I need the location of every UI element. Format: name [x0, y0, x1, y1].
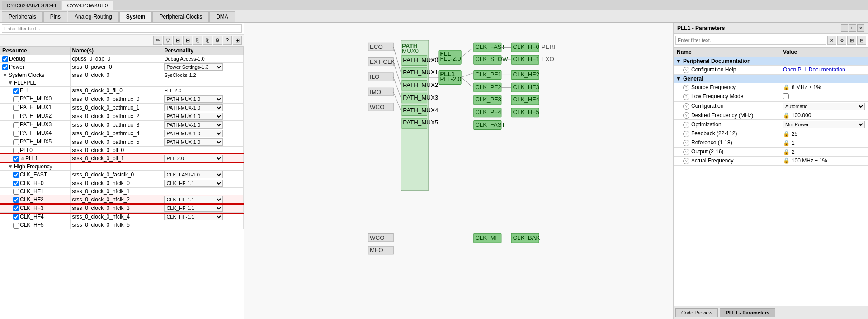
personality-select[interactable]: PATH-MUX-1.0: [164, 104, 223, 111]
section-expand-icon[interactable]: ▼: [676, 76, 681, 82]
personality-select[interactable]: Power Settings-1.3: [164, 63, 223, 71]
row-checkbox[interactable]: [13, 96, 19, 102]
toolbar-copy-btn[interactable]: ⎘: [193, 36, 202, 45]
prop-select[interactable]: Automatic: [783, 103, 865, 110]
row-checkbox[interactable]: [13, 148, 19, 153]
prop-section-header: ▼Peripheral Documentation: [674, 57, 868, 66]
table-row[interactable]: Powersrss_0_power_0Power Settings-1.3: [0, 63, 244, 71]
row-checkbox[interactable]: [13, 197, 19, 203]
question-icon[interactable]: ?: [683, 140, 689, 146]
personality-select[interactable]: PATH-MUX-1.0: [164, 113, 223, 120]
row-checkbox[interactable]: [13, 122, 19, 128]
expand-icon[interactable]: ▼: [8, 163, 13, 170]
filter-collapse-btn[interactable]: ⊟: [857, 36, 866, 45]
table-row[interactable]: PATH_MUX0srss_0_clock_0_pathmux_0PATH-MU…: [0, 95, 244, 103]
toolbar-filter-btn[interactable]: ▽: [163, 36, 172, 45]
question-icon[interactable]: ?: [683, 85, 689, 91]
personality-select[interactable]: CLK_HF-1.1: [164, 180, 223, 187]
table-row[interactable]: CLK_HF1srss_0_clock_0_hfclk_1: [0, 187, 244, 195]
row-checkbox[interactable]: [13, 131, 19, 137]
question-icon[interactable]: ?: [683, 67, 689, 73]
question-icon[interactable]: ?: [683, 158, 689, 164]
table-row[interactable]: PATH_MUX5srss_0_clock_0_pathmux_5PATH-MU…: [0, 138, 244, 146]
personality-select[interactable]: PLL-2.0: [164, 155, 223, 162]
row-checkbox[interactable]: [2, 56, 8, 62]
question-icon[interactable]: ?: [683, 94, 689, 100]
expand-icon[interactable]: ▼: [2, 72, 8, 78]
table-row[interactable]: CLK_HF3srss_0_clock_0_hfclk_3CLK_HF-1.1: [0, 204, 244, 213]
prop-checkbox[interactable]: [783, 93, 789, 99]
personality-select[interactable]: CLK_HF-1.1: [164, 213, 223, 220]
toolbar-edit-btn[interactable]: ✏: [153, 36, 162, 45]
right-filter-input[interactable]: [675, 36, 826, 45]
tab-pins[interactable]: Pins: [43, 11, 67, 22]
personality-select[interactable]: PATH-MUX-1.0: [164, 130, 223, 137]
table-row[interactable]: ▼FLL+PLL: [0, 79, 244, 87]
right-panel-maximize[interactable]: □: [849, 24, 856, 32]
right-panel-close[interactable]: ✕: [857, 24, 864, 32]
toolbar-collapse-btn[interactable]: ⊟: [183, 36, 192, 45]
question-icon[interactable]: ?: [683, 112, 689, 119]
toolbar-grid-btn[interactable]: ⊞: [233, 36, 242, 45]
prop-link[interactable]: Open PLL Documentation: [783, 67, 845, 73]
filter-settings-btn[interactable]: ⚙: [837, 36, 846, 45]
personality-select[interactable]: PATH-MUX-1.0: [164, 121, 223, 129]
question-icon[interactable]: ?: [683, 149, 689, 155]
table-row[interactable]: PATH_MUX1srss_0_clock_0_pathmux_1PATH-MU…: [0, 103, 244, 112]
code-preview-btn[interactable]: Code Preview: [675, 308, 718, 317]
expand-icon[interactable]: ▼: [8, 80, 13, 86]
filter-expand-btn[interactable]: ⊞: [847, 36, 856, 45]
table-row[interactable]: ▼High Frequency: [0, 162, 244, 170]
tab-analog-routing[interactable]: Analog-Routing: [68, 11, 119, 22]
tab-cy8c624[interactable]: CY8C624ABZI-S2D44: [2, 1, 61, 10]
table-row[interactable]: FLLsrss_0_clock_0_fll_0FLL-2.0: [0, 87, 244, 95]
table-row[interactable]: PLL0srss_0_clock_0_pll_0: [0, 146, 244, 154]
row-checkbox[interactable]: [13, 189, 19, 195]
row-checkbox[interactable]: [13, 223, 19, 229]
question-icon[interactable]: ?: [683, 122, 689, 128]
table-row[interactable]: CLK_HF2srss_0_clock_0_hfclk_2CLK_HF-1.1: [0, 195, 244, 204]
personality-select[interactable]: CLK_HF-1.1: [164, 205, 223, 212]
table-row[interactable]: CLK_HF0srss_0_clock_0_hfclk_0CLK_HF-1.1: [0, 179, 244, 187]
row-checkbox[interactable]: [13, 114, 19, 119]
table-row[interactable]: PATH_MUX2srss_0_clock_0_pathmux_2PATH-MU…: [0, 112, 244, 120]
tab-system[interactable]: System: [119, 11, 152, 22]
table-row[interactable]: Debugcpuss_0_dap_0Debug Access-1.0: [0, 55, 244, 63]
table-row[interactable]: PATH_MUX3srss_0_clock_0_pathmux_3PATH-MU…: [0, 120, 244, 129]
row-checkbox[interactable]: [13, 105, 19, 111]
tab-peripheral-clocks[interactable]: Peripheral-Clocks: [152, 11, 209, 22]
toolbar-settings-btn[interactable]: ⚙: [213, 36, 222, 45]
table-row[interactable]: CLK_HF5srss_0_clock_0_hfclk_5: [0, 221, 244, 229]
pll1-params-btn[interactable]: PLL1 - Parameters: [720, 308, 775, 317]
toolbar-help-btn[interactable]: ?: [223, 36, 232, 45]
filter-clear-btn[interactable]: ✕: [827, 36, 836, 45]
table-row[interactable]: 🖥PLL1srss_0_clock_0_pll_1PLL-2.0: [0, 154, 244, 162]
row-checkbox[interactable]: [13, 214, 19, 220]
row-checkbox[interactable]: [13, 88, 19, 94]
table-row[interactable]: CLK_FASTsrss_0_clock_0_fastclk_0CLK_FAST…: [0, 170, 244, 179]
toolbar-expand-btn[interactable]: ⊞: [173, 36, 182, 45]
tab-dma[interactable]: DMA: [209, 11, 235, 22]
section-expand-icon[interactable]: ▼: [676, 58, 681, 64]
table-row[interactable]: PATH_MUX4srss_0_clock_0_pathmux_4PATH-MU…: [0, 129, 244, 138]
table-row[interactable]: CLK_HF4srss_0_clock_0_hfclk_4CLK_HF-1.1: [0, 213, 244, 221]
row-checkbox[interactable]: [13, 156, 19, 162]
prop-select[interactable]: Min Power: [783, 121, 865, 128]
personality-select[interactable]: CLK_HF-1.1: [164, 196, 223, 203]
personality-select[interactable]: PATH-MUX-1.0: [164, 95, 223, 103]
row-checkbox[interactable]: [13, 181, 19, 186]
personality-select[interactable]: CLK_FAST-1.0: [164, 171, 223, 178]
row-checkbox[interactable]: [13, 205, 19, 211]
personality-select[interactable]: PATH-MUX-1.0: [164, 138, 223, 146]
table-row[interactable]: ▼System Clockssrss_0_clock_0SysClocks-1.…: [0, 71, 244, 79]
question-icon[interactable]: ?: [683, 103, 689, 110]
row-checkbox[interactable]: [2, 64, 8, 70]
tab-cyw4343[interactable]: CYW4343WKUBG: [62, 1, 113, 10]
row-checkbox[interactable]: [13, 172, 19, 178]
row-checkbox[interactable]: [13, 139, 19, 145]
right-panel-minimize[interactable]: _: [841, 24, 848, 32]
question-icon[interactable]: ?: [683, 131, 689, 137]
left-filter-input[interactable]: [2, 24, 242, 33]
tab-peripherals[interactable]: Peripherals: [2, 11, 43, 22]
toolbar-paste-btn[interactable]: ⎗: [203, 36, 212, 45]
